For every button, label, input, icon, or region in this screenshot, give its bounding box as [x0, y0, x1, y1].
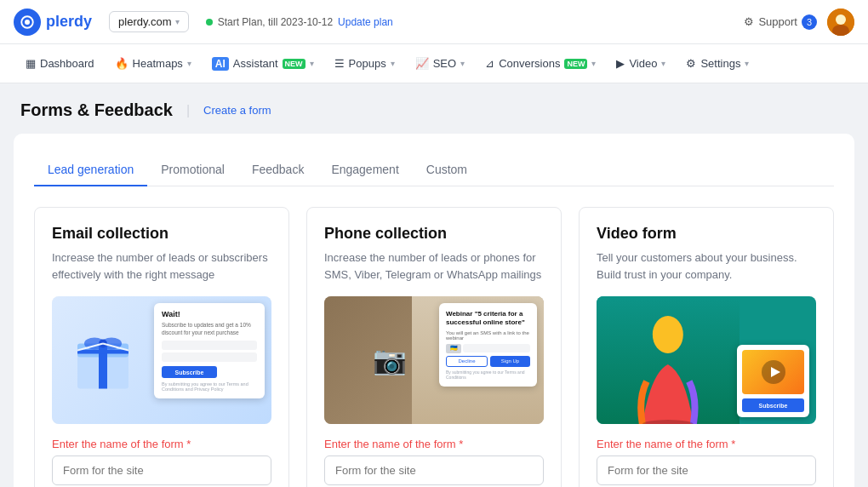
- nav-label-heatmaps: Heatmaps: [133, 57, 183, 70]
- nav-item-heatmaps[interactable]: 🔥 Heatmaps ▾: [106, 44, 200, 83]
- nav-label-popups: Popups: [349, 57, 386, 70]
- chevron-down-icon: ▾: [187, 59, 191, 68]
- nav-item-seo[interactable]: 📈 SEO ▾: [407, 44, 473, 83]
- video-popup-mockup: Subscribe: [737, 345, 809, 417]
- phone-btns-row: Decline Sign Up: [446, 356, 530, 367]
- svg-point-3: [836, 14, 846, 25]
- tab-custom[interactable]: Custom: [413, 154, 481, 186]
- popup-subscribe-btn: Subscribe: [162, 366, 217, 378]
- phone-form-input[interactable]: [324, 455, 544, 485]
- phone-collection-card: Phone collection Increase the number of …: [306, 207, 562, 487]
- brand-name: plerdy: [46, 13, 92, 31]
- page-title: Forms & Feedback: [20, 100, 173, 120]
- person-bg: [597, 296, 740, 424]
- nav-label-conversions: Conversions: [499, 57, 560, 70]
- gift-icon: [69, 325, 137, 396]
- video-preview: Subscribe: [597, 296, 816, 424]
- update-plan-link[interactable]: Update plan: [338, 16, 393, 28]
- plan-status-dot: [206, 19, 213, 26]
- phone-input-mock: [463, 344, 530, 352]
- tab-engagement[interactable]: Engagement: [317, 154, 412, 186]
- nav-label-video: Video: [629, 57, 657, 70]
- email-form-label: Enter the name of the form *: [52, 438, 271, 450]
- chevron-down-icon: ▾: [745, 59, 749, 68]
- nav-item-assistant[interactable]: AI Assistant NEW ▾: [203, 44, 323, 83]
- tabs: Lead generation Promotional Feedback Eng…: [34, 154, 834, 186]
- popups-icon: ☰: [334, 57, 345, 70]
- domain-value: plerdy.com: [118, 15, 172, 28]
- video-card-title: Video form: [597, 225, 816, 243]
- page-header: Forms & Feedback | Create a form: [0, 83, 868, 134]
- decline-btn-mock: Decline: [446, 356, 488, 367]
- chevron-down-icon: ▾: [310, 59, 314, 68]
- support-button[interactable]: ⚙ Support 3: [744, 14, 817, 30]
- nav-item-dashboard[interactable]: ▦ Dashboard: [17, 44, 103, 83]
- email-popup-mockup: Wait! Subscribe to updates and get a 10%…: [154, 303, 265, 398]
- video-subscribe-btn-mock: Subscribe: [742, 398, 804, 412]
- logo-icon: [14, 9, 41, 36]
- nav-label-assistant: Assistant: [233, 57, 278, 70]
- nav-label-dashboard: Dashboard: [40, 57, 94, 70]
- dashboard-icon: ▦: [26, 57, 36, 70]
- nav-item-conversions[interactable]: ⊿ Conversions NEW ▾: [477, 44, 604, 83]
- email-preview-bg: Wait! Subscribe to updates and get a 10%…: [52, 296, 271, 424]
- email-card-desc: Increase the number of leads or subscrib…: [52, 249, 271, 283]
- logo[interactable]: plerdy: [14, 9, 92, 36]
- video-preview-bg: Subscribe: [597, 296, 816, 424]
- phone-preview-bg: 📷 Webinar "5 criteria for a successful o…: [324, 296, 544, 424]
- domain-selector[interactable]: plerdy.com ▾: [109, 11, 189, 32]
- popup-wait-text: Wait!: [162, 310, 257, 318]
- phone-card-title: Phone collection: [324, 225, 544, 243]
- svg-point-1: [25, 20, 30, 25]
- nav-item-video[interactable]: ▶ Video ▾: [608, 44, 674, 83]
- seo-icon: 📈: [415, 57, 429, 70]
- form-cards-grid: Email collection Increase the number of …: [34, 207, 834, 487]
- chevron-down-icon: ▾: [661, 59, 665, 68]
- avatar[interactable]: [827, 9, 854, 36]
- heatmaps-icon: 🔥: [115, 57, 128, 70]
- flag-row: 🇺🇦: [446, 344, 530, 353]
- nav-label-seo: SEO: [433, 57, 456, 70]
- webinar-text: Webinar "5 criteria for a successful onl…: [446, 310, 530, 328]
- content-card: Lead generation Promotional Feedback Eng…: [14, 134, 854, 487]
- chevron-down-icon: ▾: [591, 59, 596, 68]
- email-card-title: Email collection: [52, 225, 271, 243]
- create-form-header-link[interactable]: Create a form: [203, 104, 271, 117]
- support-label: Support: [758, 15, 797, 28]
- phone-popup-mockup: Webinar "5 criteria for a successful onl…: [439, 303, 537, 387]
- plan-text: Start Plan, till 2023-10-12: [218, 16, 333, 28]
- video-card-desc: Tell your customers about your business.…: [597, 249, 816, 283]
- email-form-input[interactable]: [52, 455, 271, 485]
- popup-input-mock-2: [162, 352, 257, 362]
- email-collection-card: Email collection Increase the number of …: [34, 207, 289, 487]
- assistant-badge: NEW: [283, 59, 306, 69]
- required-star: *: [731, 438, 735, 450]
- popup-terms-text: By submitting you agree to our Terms and…: [162, 381, 257, 392]
- popup-input-mock-1: [162, 341, 257, 350]
- settings-icon: ⚙: [686, 57, 696, 70]
- phone-preview: 📷 Webinar "5 criteria for a successful o…: [324, 296, 544, 424]
- topbar: plerdy plerdy.com ▾ Start Plan, till 202…: [0, 0, 868, 44]
- svg-rect-8: [77, 350, 128, 354]
- sign-up-btn-mock: Sign Up: [490, 356, 530, 367]
- video-form-label: Enter the name of the form *: [597, 438, 816, 450]
- nav-item-settings[interactable]: ⚙ Settings ▾: [677, 44, 757, 83]
- required-star: *: [459, 438, 463, 450]
- flag-icon: 🇺🇦: [446, 344, 461, 353]
- tab-promotional[interactable]: Promotional: [147, 154, 238, 186]
- video-thumbnail: [742, 350, 804, 394]
- nav-item-popups[interactable]: ☰ Popups ▾: [326, 44, 403, 83]
- sms-text: You will get an SMS with a link to the w…: [446, 330, 530, 341]
- separator: |: [186, 103, 190, 118]
- topbar-right: ⚙ Support 3: [744, 9, 854, 36]
- navbar: ▦ Dashboard 🔥 Heatmaps ▾ AI Assistant NE…: [0, 44, 868, 83]
- chevron-down-icon: ▾: [460, 59, 465, 68]
- conversions-badge: NEW: [564, 59, 587, 69]
- support-count: 3: [802, 14, 817, 30]
- tab-feedback[interactable]: Feedback: [238, 154, 317, 186]
- video-form-input[interactable]: [597, 455, 816, 485]
- chevron-down-icon: ▾: [175, 17, 180, 26]
- svg-point-14: [653, 316, 683, 353]
- phone-card-desc: Increase the number of leads or phones f…: [324, 249, 544, 283]
- tab-lead-generation[interactable]: Lead generation: [34, 154, 147, 186]
